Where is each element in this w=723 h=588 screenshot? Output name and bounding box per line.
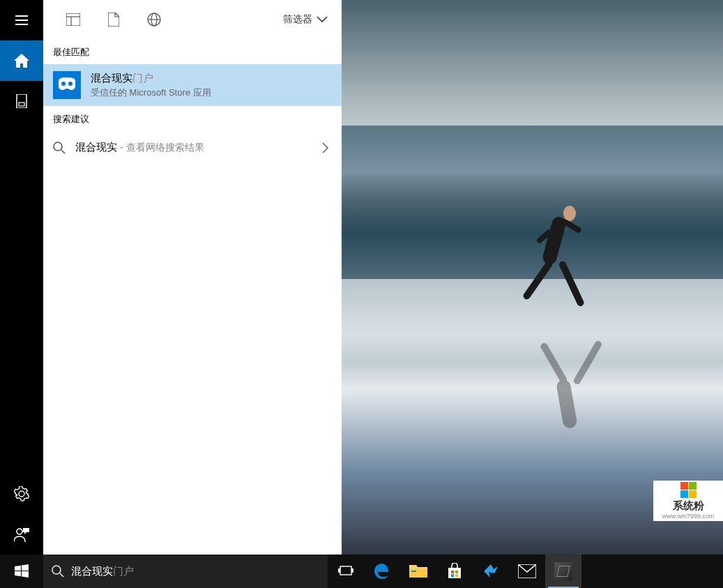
start-button[interactable] bbox=[0, 555, 43, 588]
filter-documents-button[interactable] bbox=[93, 0, 134, 39]
best-match-header: 最佳匹配 bbox=[43, 39, 342, 64]
svg-rect-1 bbox=[19, 103, 24, 106]
svg-rect-22 bbox=[451, 574, 454, 577]
cortana-top-filters: 筛选器 bbox=[43, 0, 342, 39]
hamburger-icon bbox=[15, 15, 28, 25]
result-subtitle: 受信任的 Microsoft Store 应用 bbox=[91, 86, 211, 99]
filter-web-button[interactable] bbox=[134, 0, 174, 39]
cortana-results: 筛选器 最佳匹配 混合现实门户 受信任的 Microsoft Store 应用 … bbox=[43, 0, 342, 555]
svg-rect-3 bbox=[66, 13, 80, 26]
svg-rect-23 bbox=[455, 574, 458, 577]
suggestions-header: 搜索建议 bbox=[43, 106, 342, 131]
svg-line-12 bbox=[61, 150, 65, 153]
search-input-text: 混合现实门户 bbox=[71, 565, 134, 578]
mail-button[interactable] bbox=[509, 555, 545, 588]
svg-point-11 bbox=[54, 142, 62, 151]
wallpaper-runner bbox=[523, 195, 600, 321]
watermark: 系统粉 www.win7999.com bbox=[653, 481, 723, 521]
taskbar-search-box[interactable]: 混合现实门户 bbox=[43, 555, 328, 588]
svg-line-14 bbox=[60, 573, 63, 577]
search-icon bbox=[52, 565, 64, 578]
svg-point-13 bbox=[52, 566, 61, 574]
svg-rect-18 bbox=[409, 568, 427, 578]
feedback-button[interactable] bbox=[0, 514, 43, 555]
settings-button[interactable] bbox=[0, 474, 43, 514]
suggestion-text: 混合现实 - 查看网络搜索结果 bbox=[75, 141, 204, 154]
file-explorer-button[interactable] bbox=[400, 555, 436, 588]
edge-icon bbox=[373, 562, 391, 580]
svg-rect-21 bbox=[455, 571, 458, 573]
person-feedback-icon bbox=[14, 527, 29, 542]
store-button[interactable] bbox=[436, 555, 473, 588]
hamburger-menu-button[interactable] bbox=[0, 0, 43, 40]
svg-rect-20 bbox=[451, 571, 454, 573]
globe-icon bbox=[147, 13, 161, 27]
gear-icon bbox=[14, 486, 29, 502]
notebook-button[interactable] bbox=[0, 81, 43, 121]
best-match-result[interactable]: 混合现实门户 受信任的 Microsoft Store 应用 bbox=[43, 64, 342, 106]
svg-point-2 bbox=[17, 529, 22, 534]
filter-dropdown[interactable]: 筛选器 bbox=[279, 13, 332, 26]
svg-point-10 bbox=[68, 82, 73, 86]
chevron-right-icon bbox=[322, 142, 329, 153]
edge-button[interactable] bbox=[364, 555, 400, 588]
cortana-rail bbox=[0, 0, 43, 555]
taskbar: 混合现实门户 bbox=[0, 555, 723, 588]
svg-rect-15 bbox=[340, 566, 351, 575]
folder-icon bbox=[409, 564, 427, 579]
filter-label: 筛选器 bbox=[283, 13, 312, 26]
watermark-text: 系统粉 bbox=[673, 499, 704, 513]
thunder-app-button[interactable] bbox=[473, 555, 509, 588]
svg-point-9 bbox=[61, 82, 66, 86]
svg-rect-19 bbox=[411, 571, 416, 572]
home-icon bbox=[14, 54, 29, 68]
task-view-button[interactable] bbox=[328, 555, 364, 588]
svg-rect-16 bbox=[338, 568, 340, 573]
chevron-down-icon bbox=[317, 16, 328, 23]
thunder-bird-icon bbox=[482, 562, 500, 580]
web-suggestion[interactable]: 混合现实 - 查看网络搜索结果 bbox=[43, 131, 342, 164]
mixed-reality-portal-icon bbox=[53, 71, 81, 99]
store-icon bbox=[446, 563, 463, 580]
graphics-app-button[interactable] bbox=[545, 555, 581, 588]
windows-icon bbox=[15, 564, 29, 578]
search-icon bbox=[53, 142, 66, 154]
cortana-panel: 筛选器 最佳匹配 混合现实门户 受信任的 Microsoft Store 应用 … bbox=[0, 0, 342, 555]
document-icon bbox=[108, 13, 119, 27]
wallpaper-reflection bbox=[531, 322, 618, 453]
graphics-icon bbox=[554, 562, 572, 580]
notebook-icon bbox=[15, 94, 28, 108]
result-title: 混合现实门户 bbox=[91, 72, 211, 85]
svg-rect-17 bbox=[351, 568, 353, 573]
watermark-url: www.win7999.com bbox=[662, 513, 715, 520]
task-view-icon bbox=[338, 565, 353, 578]
microsoft-logo-icon bbox=[680, 482, 697, 498]
apps-icon bbox=[66, 13, 80, 26]
filter-apps-button[interactable] bbox=[53, 0, 93, 39]
mail-icon bbox=[518, 564, 536, 578]
home-button[interactable] bbox=[0, 40, 43, 81]
